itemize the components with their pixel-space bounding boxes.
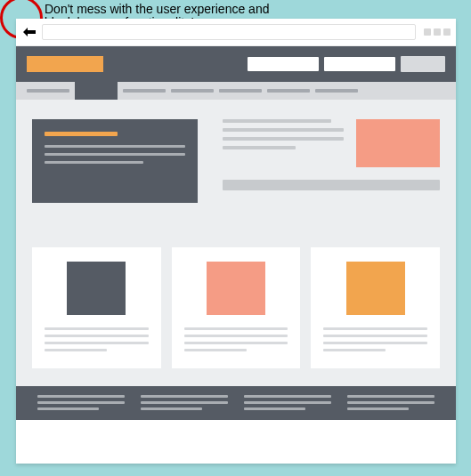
- text-line: [244, 401, 331, 404]
- browser-window: [16, 19, 456, 464]
- text-line: [45, 327, 149, 330]
- thumbnail-placeholder: [67, 262, 126, 315]
- text-line: [37, 395, 125, 398]
- text-line: [141, 401, 228, 404]
- header-button-placeholder[interactable]: [401, 56, 445, 72]
- paragraph-placeholder: [223, 119, 344, 167]
- image-placeholder: [356, 119, 440, 167]
- input-field-placeholder[interactable]: [324, 57, 395, 71]
- hero-content: [223, 119, 440, 203]
- footer: [16, 386, 456, 420]
- text-line: [141, 407, 202, 410]
- text-line: [223, 119, 331, 123]
- footer-column: [37, 395, 125, 411]
- card-row: [16, 235, 456, 386]
- thumbnail-placeholder: [207, 262, 265, 315]
- text-line: [184, 342, 288, 344]
- text-line: [347, 407, 409, 410]
- text-line: [323, 349, 386, 351]
- content-card[interactable]: [32, 247, 161, 368]
- text-line: [223, 137, 344, 141]
- text-line: [37, 401, 125, 404]
- text-line: [347, 395, 434, 398]
- thumbnail-placeholder: [346, 262, 405, 315]
- content-card[interactable]: [172, 247, 301, 368]
- nav-tab[interactable]: [315, 89, 358, 93]
- nav-tab[interactable]: [267, 89, 310, 93]
- text-line: [347, 401, 434, 404]
- address-bar[interactable]: [42, 24, 416, 40]
- nav-tab[interactable]: [171, 89, 214, 93]
- window-controls: [424, 28, 451, 36]
- text-line: [184, 349, 247, 351]
- nav-tab-active[interactable]: [75, 82, 118, 100]
- browser-chrome: [16, 19, 456, 46]
- banner-placeholder: [223, 180, 440, 190]
- footer-column: [244, 395, 331, 411]
- hero-section: [16, 100, 456, 222]
- text-line: [141, 395, 228, 398]
- text-line: [223, 128, 344, 132]
- text-line: [45, 145, 185, 148]
- search-field-placeholder[interactable]: [248, 57, 319, 71]
- footer-column: [141, 395, 228, 411]
- window-dot[interactable]: [424, 28, 431, 36]
- heading-placeholder: [45, 132, 118, 136]
- text-line: [45, 342, 149, 344]
- text-line: [244, 395, 331, 398]
- text-line: [184, 327, 288, 330]
- text-line: [244, 407, 305, 410]
- text-line: [45, 161, 143, 164]
- text-line: [323, 335, 427, 337]
- nav-tab[interactable]: [219, 89, 262, 93]
- text-line: [45, 335, 149, 337]
- back-button[interactable]: [21, 24, 37, 40]
- logo-placeholder[interactable]: [27, 56, 103, 72]
- nav-tabs: [16, 82, 456, 100]
- footer-column: [347, 395, 434, 411]
- feature-box: [32, 119, 198, 203]
- text-line: [37, 407, 99, 410]
- back-arrow-icon: [23, 28, 36, 36]
- text-line: [323, 327, 427, 330]
- text-line: [45, 153, 185, 156]
- window-dot[interactable]: [443, 28, 451, 36]
- content-card[interactable]: [311, 247, 440, 368]
- text-line: [223, 146, 296, 149]
- webpage-wireframe: [16, 46, 456, 420]
- nav-tab[interactable]: [27, 89, 69, 93]
- nav-tab[interactable]: [123, 89, 166, 93]
- text-line: [184, 335, 288, 337]
- text-line: [45, 349, 107, 351]
- window-dot[interactable]: [434, 28, 441, 36]
- site-header: [16, 46, 456, 82]
- text-line: [323, 342, 427, 344]
